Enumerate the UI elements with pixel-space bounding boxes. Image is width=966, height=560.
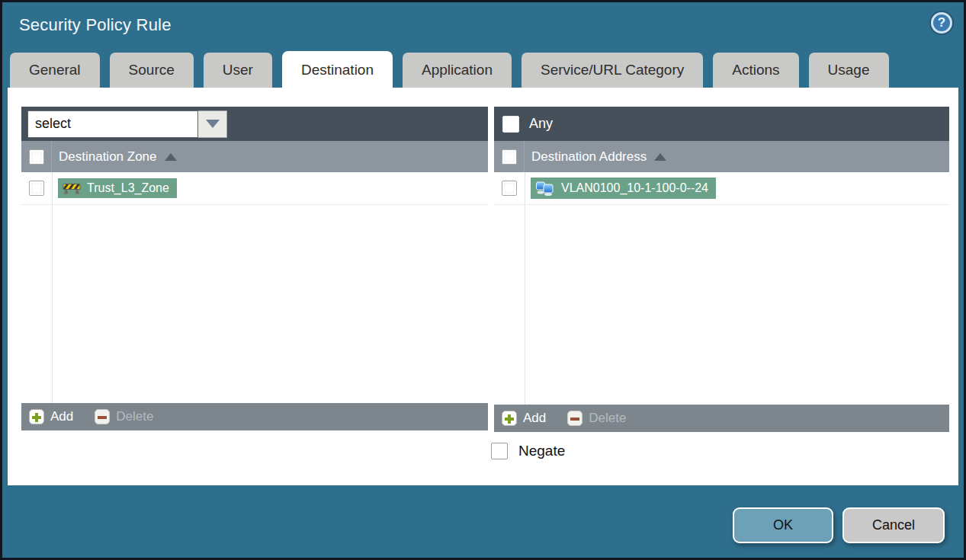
zone-column-label: Destination Zone bbox=[59, 149, 157, 165]
destination-address-panel: Any Destination Address bbox=[494, 107, 949, 432]
any-label: Any bbox=[529, 116, 553, 132]
negate-option[interactable]: Negate bbox=[491, 443, 565, 459]
zone-select-input[interactable]: select bbox=[27, 110, 198, 138]
tab-actions[interactable]: Actions bbox=[713, 53, 798, 88]
table-row[interactable]: VLAN0100_10-1-100-0--24 bbox=[494, 172, 949, 205]
security-policy-rule-dialog: Security Policy Rule ? General Source Us… bbox=[0, 0, 966, 560]
zone-footer: Add Delete bbox=[21, 403, 488, 430]
help-icon[interactable]: ? bbox=[931, 12, 952, 34]
ok-button[interactable]: OK bbox=[733, 507, 833, 543]
tab-destination[interactable]: Destination bbox=[282, 51, 393, 91]
address-column-label: Destination Address bbox=[531, 149, 647, 165]
zone-row-checkbox[interactable] bbox=[29, 181, 44, 196]
zone-column-header[interactable]: Destination Zone bbox=[21, 141, 488, 172]
tab-usage[interactable]: Usage bbox=[809, 53, 889, 88]
zone-select-dropdown-button[interactable] bbox=[198, 110, 227, 138]
tab-source[interactable]: Source bbox=[110, 53, 194, 88]
address-chip[interactable]: VLAN0100_10-1-100-0--24 bbox=[531, 178, 716, 199]
tab-bar: General Source User Destination Applicat… bbox=[10, 51, 958, 88]
any-option[interactable]: Any bbox=[500, 116, 553, 133]
zone-barrier-icon bbox=[63, 181, 81, 195]
delete-button-label: Delete bbox=[116, 409, 153, 424]
zone-chip[interactable]: Trust_L3_Zone bbox=[58, 178, 177, 198]
add-plus-icon bbox=[502, 411, 517, 426]
address-row-checkbox[interactable] bbox=[502, 181, 517, 196]
destination-zone-panel: select Destination Zone bbox=[21, 107, 488, 430]
table-row[interactable]: Trust_L3_Zone bbox=[21, 172, 488, 205]
chevron-down-icon bbox=[206, 120, 220, 128]
add-plus-icon bbox=[29, 409, 44, 424]
address-row-list: VLAN0100_10-1-100-0--24 bbox=[494, 172, 949, 405]
tab-service-url-category[interactable]: Service/URL Category bbox=[522, 53, 703, 88]
cancel-button[interactable]: Cancel bbox=[842, 507, 945, 543]
dialog-title: Security Policy Rule bbox=[19, 15, 172, 35]
tab-content-destination: select Destination Zone bbox=[8, 88, 958, 485]
zone-select-combo[interactable]: select bbox=[27, 110, 227, 138]
zone-select-all-checkbox[interactable] bbox=[29, 149, 44, 165]
address-delete-button[interactable]: Delete bbox=[567, 411, 626, 426]
delete-minus-icon bbox=[567, 411, 582, 426]
zone-chip-label: Trust_L3_Zone bbox=[87, 181, 169, 195]
column-divider bbox=[52, 172, 53, 403]
tab-user[interactable]: User bbox=[204, 53, 272, 88]
add-button-label: Add bbox=[50, 409, 73, 424]
address-column-header[interactable]: Destination Address bbox=[494, 141, 949, 172]
address-chip-label: VLAN0100_10-1-100-0--24 bbox=[561, 181, 708, 195]
zone-add-button[interactable]: Add bbox=[29, 409, 73, 424]
zone-toolbar: select bbox=[21, 107, 488, 141]
tab-application[interactable]: Application bbox=[403, 53, 512, 88]
column-divider bbox=[525, 172, 525, 405]
address-toolbar: Any bbox=[494, 107, 949, 141]
address-footer: Add Delete bbox=[494, 405, 949, 432]
sort-asc-icon bbox=[165, 153, 177, 161]
add-button-label: Add bbox=[523, 411, 546, 426]
address-select-all-checkbox[interactable] bbox=[502, 149, 517, 165]
zone-row-list: Trust_L3_Zone bbox=[21, 172, 488, 403]
delete-button-label: Delete bbox=[589, 411, 626, 426]
negate-checkbox[interactable] bbox=[491, 443, 508, 459]
sort-asc-icon bbox=[654, 153, 666, 161]
zone-delete-button[interactable]: Delete bbox=[95, 409, 153, 424]
delete-minus-icon bbox=[95, 409, 110, 424]
any-checkbox[interactable] bbox=[502, 116, 519, 133]
tab-general[interactable]: General bbox=[10, 53, 100, 88]
negate-label: Negate bbox=[518, 443, 565, 459]
network-host-icon bbox=[535, 181, 555, 196]
address-add-button[interactable]: Add bbox=[502, 411, 546, 426]
